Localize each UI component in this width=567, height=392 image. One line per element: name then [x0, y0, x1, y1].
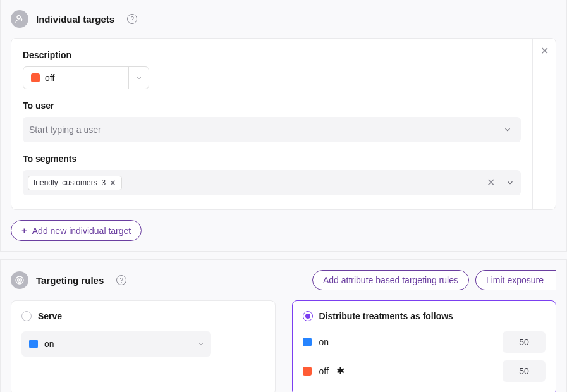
chevron-down-icon[interactable]: [503, 178, 517, 187]
distribute-title: Distribute treatments as follows: [319, 311, 453, 321]
serve-card[interactable]: Serve on: [11, 300, 276, 392]
chevron-down-icon: [128, 67, 149, 89]
add-attribute-rules-button[interactable]: Add attribute based targeting rules: [312, 270, 469, 290]
distribute-value-input[interactable]: 50: [503, 360, 546, 382]
distribute-radio[interactable]: [303, 311, 313, 321]
to-user-label: To user: [23, 101, 521, 111]
help-icon[interactable]: ?: [127, 14, 137, 24]
swatch-icon: [29, 340, 38, 348]
targeting-rules-section: Targeting rules ? Add attribute based ta…: [0, 259, 567, 392]
person-add-icon: [11, 10, 28, 28]
distribute-label: off: [319, 366, 329, 376]
distribute-value-input[interactable]: 50: [503, 331, 546, 353]
serve-select[interactable]: on: [21, 331, 211, 357]
serve-value: on: [44, 339, 54, 349]
close-card-icon[interactable]: ✕: [540, 46, 549, 56]
serve-radio[interactable]: [21, 311, 32, 321]
individual-target-card: Description off To user: [11, 38, 556, 210]
targeting-rules-header: Targeting rules ? Add attribute based ta…: [11, 270, 556, 290]
chip-remove-icon[interactable]: ✕: [109, 178, 116, 188]
swatch-icon: [303, 367, 312, 376]
to-user-input[interactable]: [29, 125, 501, 135]
targeting-rules-title: Targeting rules: [36, 275, 104, 286]
individual-targets-header: Individual targets ?: [11, 10, 556, 28]
to-segments-label: To segments: [23, 154, 521, 164]
distribute-row: on 50: [303, 331, 546, 353]
distribute-label: on: [319, 337, 329, 347]
chevron-down-icon: [501, 125, 515, 134]
svg-point-0: [17, 16, 20, 19]
description-select[interactable]: off: [23, 66, 149, 89]
to-user-input-wrap[interactable]: [23, 117, 521, 142]
asterisk-icon: ✱: [336, 366, 344, 376]
target-icon: [11, 271, 28, 289]
distribute-row: off ✱ 50: [303, 360, 546, 382]
svg-point-3: [19, 279, 20, 281]
swatch-icon: [31, 73, 40, 82]
segment-chip[interactable]: friendly_customers_3 ✕: [28, 176, 122, 190]
add-button-label: Add new individual target: [32, 226, 131, 236]
swatch-icon: [303, 338, 312, 346]
chevron-down-icon: [190, 331, 211, 357]
add-individual-target-button[interactable]: + Add new individual target: [11, 220, 142, 241]
individual-targets-section: Individual targets ? Description off To: [0, 0, 567, 252]
individual-targets-title: Individual targets: [36, 14, 114, 25]
to-segments-input[interactable]: friendly_customers_3 ✕ ✕: [23, 170, 521, 195]
clear-segments-icon[interactable]: ✕: [487, 178, 495, 188]
description-label: Description: [23, 50, 521, 60]
help-icon[interactable]: ?: [116, 275, 126, 285]
plus-icon: +: [21, 225, 27, 236]
description-value: off: [45, 73, 54, 83]
segment-chip-label: friendly_customers_3: [34, 178, 106, 187]
limit-exposure-button[interactable]: Limit exposure: [475, 270, 556, 290]
rules-row: Serve on Distribute treatments as follow…: [11, 300, 556, 392]
serve-title: Serve: [38, 311, 62, 321]
distribute-card[interactable]: Distribute treatments as follows on 50 o…: [292, 300, 557, 392]
